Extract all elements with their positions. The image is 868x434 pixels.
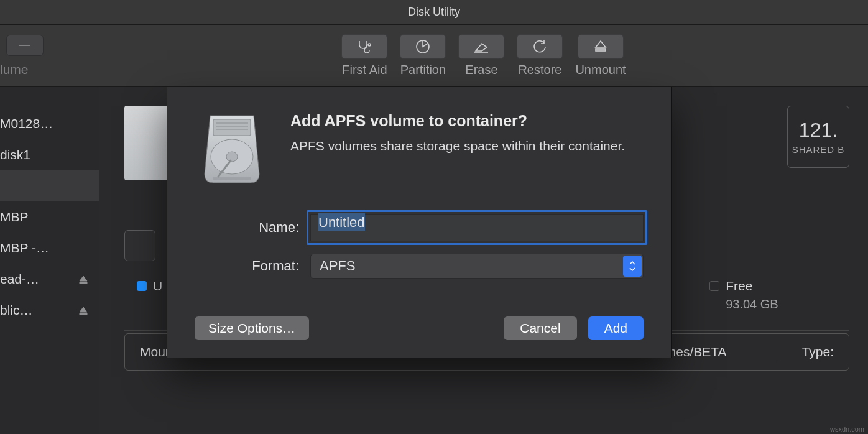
size-options-button[interactable]: Size Options… xyxy=(195,316,309,340)
toolbar-center: First Aid Partition Erase xyxy=(99,34,868,77)
add-volume-sheet: Add APFS volume to container? APFS volum… xyxy=(167,87,672,358)
name-input[interactable]: Untitled xyxy=(310,214,644,241)
sidebar-item-label: MBP -… xyxy=(0,241,49,256)
toolbar-label: First Aid xyxy=(342,63,387,77)
eject-icon xyxy=(594,39,607,54)
sidebar-item-label: disk1 xyxy=(0,147,30,162)
toolbar-item-restore[interactable]: Restore xyxy=(517,34,563,77)
sidebar-item-label: ead-… xyxy=(0,272,39,287)
toolbar-item-erase[interactable]: Erase xyxy=(458,34,504,77)
stethoscope-icon xyxy=(356,39,373,54)
sheet-button-row: Size Options… Cancel Add xyxy=(195,316,644,340)
titlebar: Disk Utility xyxy=(0,0,868,25)
name-label: Name: xyxy=(195,219,310,236)
toolbar-label: Restore xyxy=(518,63,561,77)
svg-rect-11 xyxy=(213,177,251,180)
legend-swatch-free xyxy=(709,281,719,291)
toolbar-label: Unmount xyxy=(575,63,626,77)
pie-icon xyxy=(415,39,431,55)
svg-rect-3 xyxy=(80,282,87,284)
restore-button[interactable] xyxy=(517,34,563,59)
legend-free: Free 93.04 GB xyxy=(709,279,778,312)
add-button[interactable]: Add xyxy=(588,316,644,340)
window-title: Disk Utility xyxy=(408,6,460,19)
erase-button[interactable] xyxy=(458,34,504,59)
toolbar-item-partition[interactable]: Partition xyxy=(400,34,446,77)
sheet-title: Add APFS volume to container? xyxy=(290,112,625,130)
toolbar: lume First Aid Partition xyxy=(0,25,868,87)
select-arrows-icon xyxy=(623,256,642,277)
legend-swatch-used xyxy=(137,281,147,291)
sheet-form: Name: Untitled Format: APFS xyxy=(195,214,644,279)
toolbar-label: Erase xyxy=(465,63,497,77)
capacity-subtitle: SHARED B xyxy=(792,144,845,155)
svg-rect-2 xyxy=(596,49,606,51)
info-divider xyxy=(777,343,777,361)
name-input-value: Untitled xyxy=(318,213,365,231)
legend-used-label: U xyxy=(153,279,162,293)
format-value: APFS xyxy=(320,258,355,274)
partition-button[interactable] xyxy=(400,34,446,59)
remove-volume-button[interactable] xyxy=(6,35,44,56)
legend-used: U xyxy=(137,279,162,312)
toolbar-item-firstaid[interactable]: First Aid xyxy=(341,34,387,77)
first-aid-button[interactable] xyxy=(341,34,387,59)
cancel-button[interactable]: Cancel xyxy=(504,316,576,340)
eraser-icon xyxy=(473,40,489,53)
legend-free-value: 93.04 GB xyxy=(709,297,778,312)
type-label: Type: xyxy=(802,344,834,359)
sidebar-item-label: MBP xyxy=(0,210,29,224)
restore-icon xyxy=(532,39,548,54)
sidebar-item[interactable]: MBP -… xyxy=(0,233,99,264)
sidebar-item[interactable]: blic… xyxy=(0,295,99,326)
svg-point-0 xyxy=(368,44,371,46)
toolbar-label: Partition xyxy=(400,63,446,77)
capacity-summary: 121. SHARED B xyxy=(787,106,849,168)
eject-icon[interactable] xyxy=(78,305,89,316)
form-row-format: Format: APFS xyxy=(195,254,644,279)
sidebar-item-selected[interactable] xyxy=(0,170,99,201)
toolbar-item-unmount[interactable]: Unmount xyxy=(575,34,626,77)
svg-rect-5 xyxy=(213,119,251,136)
sidebar-item[interactable]: disk1 xyxy=(0,139,99,170)
sheet-subtitle: APFS volumes share storage space within … xyxy=(290,139,625,154)
format-label: Format: xyxy=(195,258,310,274)
sidebar-item[interactable]: ead-… xyxy=(0,264,99,295)
eject-icon[interactable] xyxy=(78,274,89,285)
sidebar-item[interactable]: MBP xyxy=(0,201,99,233)
sidebar-item[interactable]: M0128… xyxy=(0,108,99,139)
format-select[interactable]: APFS xyxy=(310,254,644,279)
form-row-name: Name: Untitled xyxy=(195,214,644,241)
drive-icon-large xyxy=(195,112,269,187)
sidebar-item-label: M0128… xyxy=(0,116,53,131)
toolbar-left-group: lume xyxy=(0,35,99,77)
svg-point-10 xyxy=(226,152,238,162)
sidebar-item-label: blic… xyxy=(0,303,33,318)
toolbar-left-label: lume xyxy=(0,62,29,77)
minus-icon xyxy=(19,45,30,46)
capacity-value: 121. xyxy=(799,119,838,142)
legend-free-label: Free xyxy=(726,279,752,293)
usage-segment xyxy=(124,230,155,261)
unmount-button[interactable] xyxy=(578,34,624,59)
watermark: wsxdn.com xyxy=(830,425,864,433)
sidebar: M0128… disk1 MBP MBP -… ead-… blic… xyxy=(0,87,99,434)
sheet-header: Add APFS volume to container? APFS volum… xyxy=(290,112,625,154)
svg-rect-4 xyxy=(80,313,87,315)
